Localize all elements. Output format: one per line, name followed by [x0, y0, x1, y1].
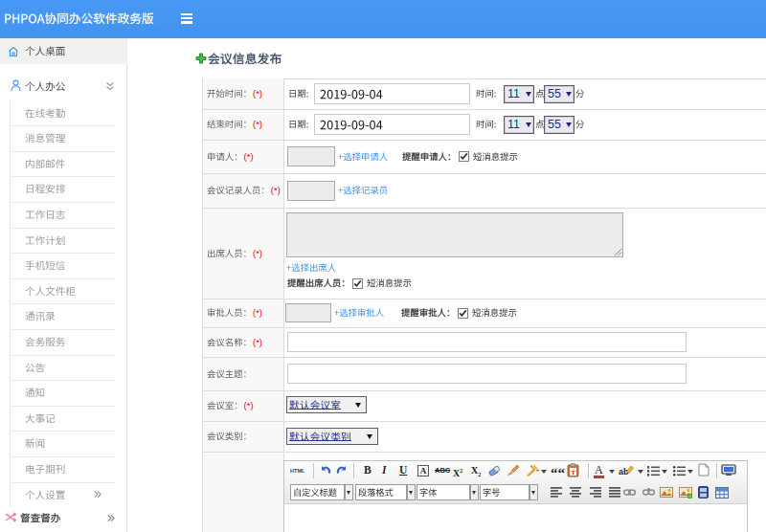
svg-text:T: T — [571, 469, 575, 477]
